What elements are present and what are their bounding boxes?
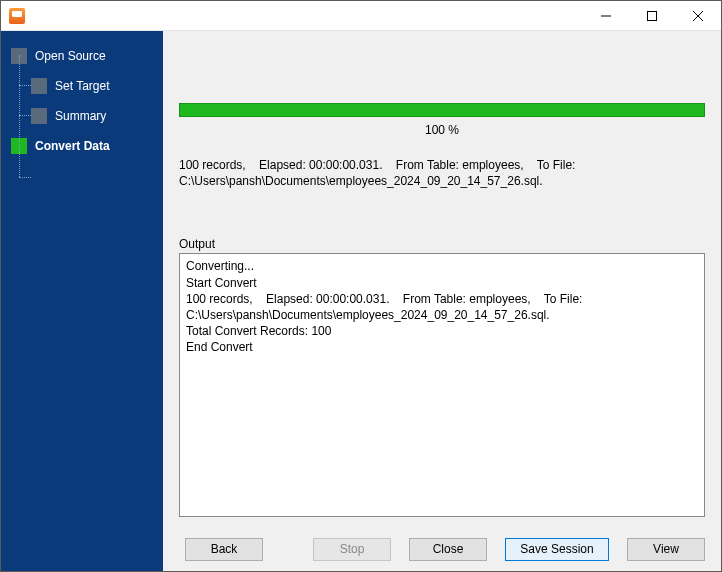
progress-bar bbox=[179, 103, 705, 117]
step-status-icon bbox=[11, 48, 27, 64]
view-button[interactable]: View bbox=[627, 538, 705, 561]
step-label: Convert Data bbox=[35, 139, 110, 153]
step-summary[interactable]: Summary bbox=[1, 101, 163, 131]
progress-section: 100 % bbox=[179, 103, 705, 137]
wizard-sidebar: Open Source Set Target Summary Convert D… bbox=[1, 31, 163, 571]
step-set-target[interactable]: Set Target bbox=[1, 71, 163, 101]
step-status-icon bbox=[31, 78, 47, 94]
step-label: Open Source bbox=[35, 49, 106, 63]
app-window: Open Source Set Target Summary Convert D… bbox=[0, 0, 722, 572]
step-status-icon bbox=[31, 108, 47, 124]
output-log[interactable]: Converting... Start Convert 100 records,… bbox=[179, 253, 705, 517]
main-panel: 100 % 100 records, Elapsed: 00:00:00.031… bbox=[163, 31, 721, 571]
progress-percent-label: 100 % bbox=[179, 123, 705, 137]
step-label: Set Target bbox=[55, 79, 109, 93]
step-open-source[interactable]: Open Source bbox=[1, 41, 163, 71]
output-label: Output bbox=[179, 237, 705, 251]
step-label: Summary bbox=[55, 109, 106, 123]
svg-rect-1 bbox=[648, 11, 657, 20]
conversion-summary-text: 100 records, Elapsed: 00:00:00.031. From… bbox=[179, 157, 705, 189]
close-button[interactable]: Close bbox=[409, 538, 487, 561]
maximize-button[interactable] bbox=[629, 1, 675, 31]
save-session-button[interactable]: Save Session bbox=[505, 538, 609, 561]
step-convert-data[interactable]: Convert Data bbox=[1, 131, 163, 161]
app-icon bbox=[9, 8, 25, 24]
titlebar bbox=[1, 1, 721, 31]
minimize-button[interactable] bbox=[583, 1, 629, 31]
stop-button: Stop bbox=[313, 538, 391, 561]
close-window-button[interactable] bbox=[675, 1, 721, 31]
button-row: Back Stop Close Save Session View bbox=[163, 527, 721, 571]
step-status-icon bbox=[11, 138, 27, 154]
back-button[interactable]: Back bbox=[185, 538, 263, 561]
